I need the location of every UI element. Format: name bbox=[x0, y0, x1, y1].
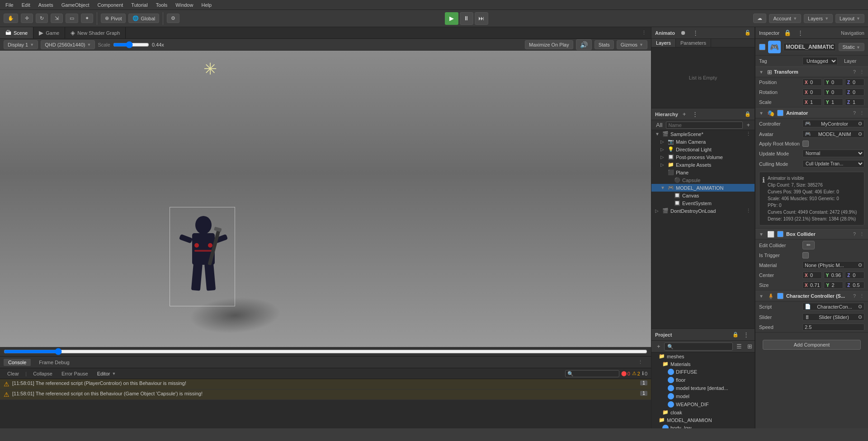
menu-tools[interactable]: Tools bbox=[152, 1, 171, 9]
hierarchy-more-button[interactable]: ⋮ bbox=[690, 110, 700, 118]
navigation-tab-button[interactable]: Navigation bbox=[841, 30, 864, 36]
console-options-button[interactable]: ⋮ bbox=[636, 359, 645, 366]
hierarchy-create-button[interactable]: + bbox=[681, 110, 688, 118]
rotate-tool-button[interactable]: ↻ bbox=[36, 14, 48, 23]
display-dropdown[interactable]: Display 1 ▼ bbox=[4, 40, 38, 49]
project-options-button[interactable]: ⋮ bbox=[741, 330, 751, 339]
hierarchy-item-capsule[interactable]: ⚫ Capsule bbox=[651, 176, 755, 184]
resolution-dropdown[interactable]: QHD (2560x1440) ▼ bbox=[41, 40, 95, 49]
transform-tool-button[interactable]: ✦ bbox=[81, 14, 93, 23]
project-create-button[interactable]: + bbox=[655, 342, 662, 351]
slider-value[interactable]: 🎚 Slider (Slider) ⊙ bbox=[802, 313, 864, 321]
menu-gameobject[interactable]: GameObject bbox=[58, 1, 93, 9]
hierarchy-item-canvas[interactable]: 🔲 Canvas bbox=[651, 192, 755, 199]
char-controller-help[interactable]: ? bbox=[853, 293, 856, 299]
char-controller-enabled[interactable] bbox=[777, 293, 783, 299]
char-controller-header[interactable]: ▼ 🧍 Character Controller (S... ? ⋮ bbox=[755, 291, 868, 301]
global-dropdown[interactable]: 🌐 Global bbox=[128, 14, 159, 23]
hierarchy-lock-icon[interactable]: 🔒 bbox=[745, 111, 751, 117]
mute-button[interactable]: 🔊 bbox=[576, 39, 592, 50]
menu-tutorial[interactable]: Tutorial bbox=[127, 1, 151, 9]
project-item-cloak[interactable]: 📁 cloak bbox=[651, 408, 755, 416]
rect-tool-button[interactable]: ▭ bbox=[66, 14, 78, 23]
hier-menu-samplescene[interactable]: ⋮ bbox=[746, 131, 751, 137]
edit-collider-button[interactable]: ✏ bbox=[802, 241, 815, 249]
project-item-floor[interactable]: floor bbox=[651, 376, 755, 384]
hierarchy-item-postprocess[interactable]: ▷ 🔲 Post-process Volume bbox=[651, 153, 755, 161]
is-trigger-checkbox[interactable] bbox=[802, 252, 809, 258]
menu-edit[interactable]: Edit bbox=[18, 1, 34, 9]
project-view-button[interactable]: ⊞ bbox=[745, 342, 754, 351]
project-filter-button[interactable]: ☰ bbox=[735, 342, 744, 351]
speed-value-display[interactable]: 2.5 bbox=[802, 324, 864, 331]
frame-debug-tab[interactable]: Frame Debug bbox=[34, 359, 74, 366]
collapse-button[interactable]: Collapse bbox=[29, 371, 56, 377]
transform-header[interactable]: ▼ ⊞ Transform ? ⋮ bbox=[755, 66, 868, 77]
animator-options-button[interactable]: ⋮ bbox=[691, 28, 700, 37]
maximize-on-play-button[interactable]: Maximize On Play bbox=[525, 40, 573, 49]
menu-file[interactable]: File bbox=[2, 1, 17, 9]
animator-layers-tab[interactable]: Layers bbox=[651, 39, 676, 47]
clear-button[interactable]: Clear bbox=[4, 371, 23, 377]
account-dropdown[interactable]: Account ▼ bbox=[769, 14, 801, 23]
project-item-modelaniamion[interactable]: 📁 MODEL_ANIAMION bbox=[651, 416, 755, 424]
box-collider-enabled[interactable] bbox=[777, 231, 783, 237]
animator-lock-icon[interactable]: 🔓 bbox=[745, 30, 751, 36]
project-item-weapondif[interactable]: WEAPON_DIF bbox=[651, 400, 755, 408]
animator-component-header[interactable]: ▼ 🎭 Animator ? ⋮ bbox=[755, 108, 868, 118]
hierarchy-item-samplescene[interactable]: ▼ 🎬 SampleScene* ⋮ bbox=[651, 130, 755, 138]
console-message-1[interactable]: ⚠ [11:58:01] The referenced script on th… bbox=[0, 389, 651, 400]
stats-button[interactable]: Stats bbox=[594, 40, 614, 49]
update-mode-select[interactable]: Normal bbox=[802, 150, 864, 157]
hierarchy-item-dontdestroy[interactable]: ▷ 🎬 DontDestroyOnLoad ⋮ bbox=[651, 207, 755, 215]
project-search-input[interactable] bbox=[664, 342, 733, 351]
pause-button[interactable]: ⏸ bbox=[460, 12, 473, 25]
hierarchy-item-eventsystem[interactable]: 🔲 EventSystem bbox=[651, 199, 755, 207]
script-value[interactable]: 📄 CharacterCon... ⊙ bbox=[802, 303, 864, 310]
extra-tool-button[interactable]: ⚙ bbox=[167, 14, 179, 23]
hierarchy-all-button[interactable]: All bbox=[654, 121, 664, 129]
layout-dropdown[interactable]: Layout ▼ bbox=[835, 14, 864, 23]
project-item-meshes[interactable]: 📁 meshes bbox=[651, 352, 755, 360]
gizmos-dropdown[interactable]: Gizmos ▼ bbox=[617, 40, 647, 49]
tag-select[interactable]: Untagged bbox=[802, 57, 838, 65]
animator-params-tab[interactable]: Parameters bbox=[676, 39, 711, 47]
animator-comp-help[interactable]: ? bbox=[853, 110, 856, 116]
project-item-bodylow[interactable]: body_low bbox=[651, 424, 755, 428]
menu-component[interactable]: Component bbox=[94, 1, 127, 9]
avatar-value[interactable]: 🎮 MODEL_ANIM ⊙ bbox=[802, 130, 864, 138]
project-item-model[interactable]: model bbox=[651, 392, 755, 400]
box-collider-header[interactable]: ▼ ⬜ Box Collider ? ⋮ bbox=[755, 229, 868, 239]
timeline-slider[interactable] bbox=[4, 348, 647, 355]
menu-window[interactable]: Window bbox=[172, 1, 197, 9]
scene-tab[interactable]: 🏔 Scene bbox=[0, 27, 33, 38]
transform-help-icon[interactable]: ? bbox=[853, 69, 856, 75]
play-button[interactable]: ▶ bbox=[445, 12, 458, 25]
console-message-0[interactable]: ⚠ [11:58:01] The referenced script (Play… bbox=[0, 379, 651, 389]
hierarchy-item-plane[interactable]: ⬛ Plane bbox=[651, 169, 755, 176]
hierarchy-search-input[interactable] bbox=[666, 122, 743, 129]
project-lock-icon[interactable]: 🔒 bbox=[732, 332, 739, 338]
object-name-input[interactable] bbox=[783, 43, 836, 51]
culling-mode-select[interactable]: Cull Update Tran... bbox=[802, 160, 864, 168]
error-pause-button[interactable]: Error Pause bbox=[58, 371, 92, 377]
animator-comp-more[interactable]: ⋮ bbox=[859, 110, 864, 116]
hand-tool-button[interactable]: ✋ bbox=[4, 14, 18, 23]
collab-button[interactable]: ☁ bbox=[753, 14, 766, 23]
animator-record-button[interactable]: ⏺ bbox=[679, 28, 688, 37]
hier-menu-dontdestroy[interactable]: ⋮ bbox=[746, 208, 751, 214]
material-value[interactable]: None (Physic M... ⊙ bbox=[802, 261, 864, 269]
hierarchy-item-exampleassets[interactable]: ▷ 📁 Example Assets bbox=[651, 161, 755, 169]
hierarchy-item-maincamera[interactable]: ▷ 📷 Main Camera bbox=[651, 138, 755, 145]
char-controller-more[interactable]: ⋮ bbox=[859, 293, 864, 299]
shader-graph-tab[interactable]: ◈ New Shader Graph bbox=[65, 27, 126, 38]
add-component-button[interactable]: Add Component bbox=[763, 340, 861, 350]
hierarchy-item-dirlight[interactable]: ▷ 💡 Directional Light bbox=[651, 145, 755, 153]
box-collider-help[interactable]: ? bbox=[853, 231, 856, 237]
console-search[interactable] bbox=[565, 370, 619, 377]
static-button[interactable]: Static ▼ bbox=[839, 43, 865, 51]
apply-root-motion-checkbox[interactable] bbox=[802, 141, 809, 147]
menu-help[interactable]: Help bbox=[198, 1, 215, 9]
step-button[interactable]: ⏭ bbox=[475, 12, 488, 25]
project-item-diffuse[interactable]: DIFFUSE bbox=[651, 368, 755, 376]
